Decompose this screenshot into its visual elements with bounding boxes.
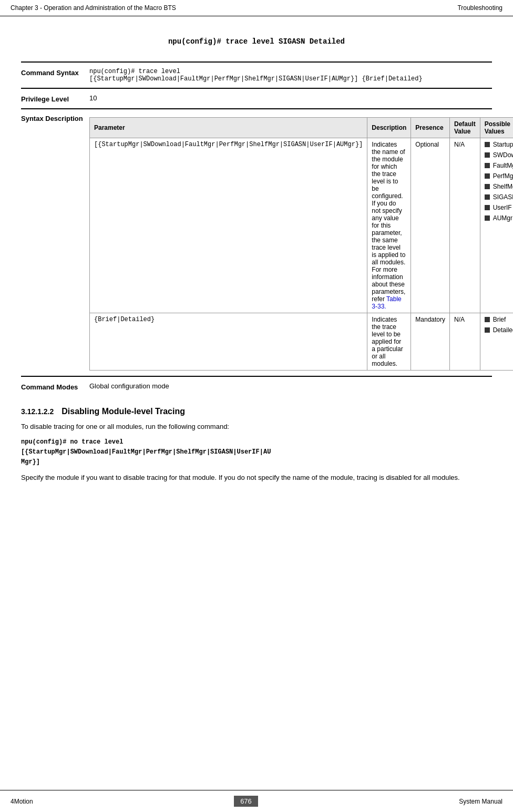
list-item: StartupMgr [485, 141, 513, 148]
page-header: Chapter 3 - Operation and Administration… [0, 0, 513, 16]
command-syntax-section: Command Syntax npu(config)# trace level … [21, 61, 492, 88]
list-item: Detailed [485, 326, 513, 334]
desc-cell-1: Indicates the name of the module for whi… [367, 138, 411, 313]
col-description: Description [367, 118, 411, 138]
privilege-level-label: Privilege Level [21, 94, 89, 103]
privilege-level-content: 10 [89, 94, 492, 103]
page-footer: 4Motion 676 System Manual [0, 790, 513, 812]
col-possible-values: Possible Values [480, 118, 513, 138]
list-item: PerfMgr [485, 172, 513, 180]
code-line-3: Mgr}] [21, 457, 492, 467]
list-item: ShelfMgr [485, 183, 513, 190]
table-link[interactable]: Table 3-33. [372, 295, 401, 310]
list-item: SIGASN [485, 193, 513, 201]
command-syntax-line2: [{StartupMgr|SWDownload|FaultMgr|PerfMgr… [89, 75, 492, 83]
command-modes-content: Global configuration mode [89, 382, 492, 391]
syntax-description-section: Syntax Description Parameter Description… [21, 108, 492, 376]
privilege-level-section: Privilege Level 10 [21, 88, 492, 108]
list-item: FaultMgr [485, 162, 513, 169]
default-cell-2: N/A [450, 313, 480, 371]
syntax-description-content: Parameter Description Presence Default V… [89, 115, 513, 371]
code-line-1: npu(config)# no trace level [21, 437, 492, 447]
table-row: {Brief|Detailed} Indicates the trace lev… [90, 313, 514, 371]
command-syntax-label: Command Syntax [21, 68, 89, 83]
possible-values-cell-1: StartupMgr SWDownload FaultMgr PerfMgr S… [480, 138, 513, 313]
possible-values-cell-2: Brief Detailed [480, 313, 513, 371]
list-item: AUMgr [485, 214, 513, 222]
list-item: UserIF [485, 204, 513, 211]
presence-cell-1: Optional [411, 138, 450, 313]
param-cell-2: {Brief|Detailed} [90, 313, 367, 371]
table-row: [{StartupMgr|SWDownload|FaultMgr|PerfMgr… [90, 138, 514, 313]
subsection-code: npu(config)# no trace level [{StartupMgr… [21, 437, 492, 468]
col-parameter: Parameter [90, 118, 367, 138]
list-item: SWDownload [485, 151, 513, 159]
command-modes-label: Command Modes [21, 382, 89, 391]
desc-cell-2: Indicates the trace level to be applied … [367, 313, 411, 371]
param-cell-1: [{StartupMgr|SWDownload|FaultMgr|PerfMgr… [90, 138, 367, 313]
table-header-row: Parameter Description Presence Default V… [90, 118, 514, 138]
chapter-title: Chapter 3 - Operation and Administration… [11, 4, 176, 12]
presence-cell-2: Mandatory [411, 313, 450, 371]
subsection-title: Disabling Module-level Tracing [61, 407, 185, 416]
syntax-table: Parameter Description Presence Default V… [89, 117, 513, 371]
col-presence: Presence [411, 118, 450, 138]
default-cell-1: N/A [450, 138, 480, 313]
command-heading: npu(config)# trace level SIGASN Detailed [21, 37, 492, 46]
col-default-value: Default Value [450, 118, 480, 138]
main-content: npu(config)# trace level SIGASN Detailed… [0, 16, 513, 499]
list-item: Brief [485, 316, 513, 323]
command-syntax-content: npu(config)# trace level [{StartupMgr|SW… [89, 68, 492, 83]
command-syntax-line1: npu(config)# trace level [89, 68, 492, 75]
section-title: Troubleshooting [457, 4, 502, 12]
subsection-number: 3.12.1.2.2 [21, 407, 54, 416]
subsection-intro: To disable tracing for one or all module… [21, 422, 492, 432]
subsection-heading: 3.12.1.2.2 Disabling Module-level Tracin… [21, 407, 492, 416]
syntax-description-label: Syntax Description [21, 115, 89, 371]
page-number: 676 [234, 796, 258, 807]
footer-right: System Manual [459, 798, 502, 805]
footer-left: 4Motion [11, 798, 33, 805]
command-modes-section: Command Modes Global configuration mode [21, 376, 492, 396]
subsection-body: Specify the module if you want to disabl… [21, 472, 492, 483]
code-line-2: [{StartupMgr|SWDownload|FaultMgr|PerfMgr… [21, 447, 492, 457]
